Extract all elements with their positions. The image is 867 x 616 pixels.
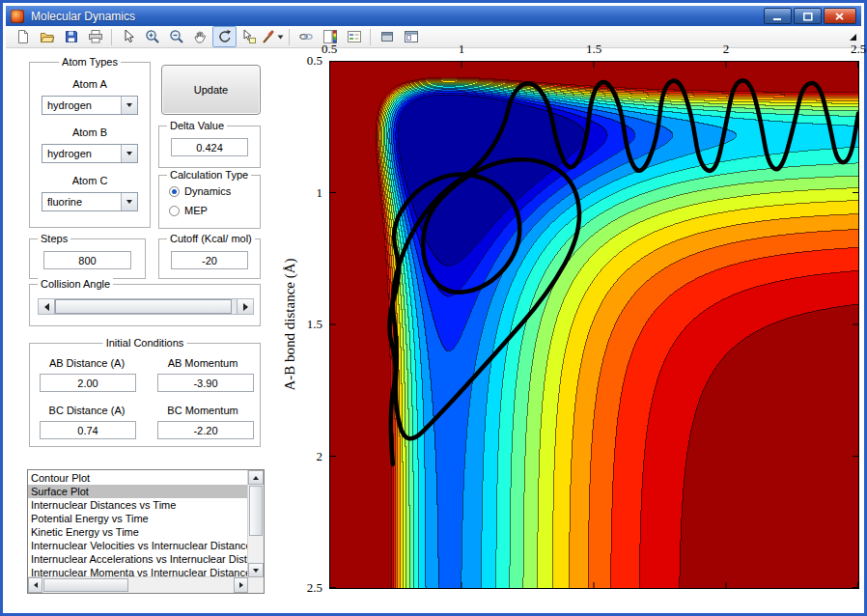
plot-type-listbox[interactable]: Contour PlotSurface PlotInternuclear Dis… [27, 469, 265, 594]
radio-button-icon[interactable] [169, 186, 180, 197]
zoom-out-button[interactable] [164, 26, 188, 47]
scroll-right-button[interactable] [234, 577, 248, 593]
scroll-down-button[interactable] [248, 563, 264, 577]
bc-momentum-field[interactable]: -2.20 [157, 421, 254, 439]
steps-panel-title: Steps [38, 233, 70, 244]
scroll-left-button[interactable] [28, 577, 42, 593]
maximize-icon [803, 8, 813, 25]
update-button[interactable]: Update [161, 65, 261, 115]
atom-c-dropdown-arrow-icon[interactable] [121, 193, 137, 210]
ab-distance-label: AB Distance (A) [30, 357, 144, 369]
new-file-icon [15, 29, 31, 44]
y-tick-label: 2 [317, 449, 323, 464]
close-button[interactable] [824, 8, 856, 24]
atom-a-dropdown[interactable]: hydrogen [42, 96, 138, 115]
ab-distance-field[interactable]: 2.00 [40, 374, 136, 392]
y-tick-label: 1 [317, 185, 323, 201]
calc-type-option-mep[interactable]: MEP [169, 204, 208, 217]
x-tick-label: 1 [459, 42, 465, 57]
scrollbar-corner [248, 577, 264, 593]
collision-angle-slider[interactable] [38, 298, 254, 315]
brush-icon [262, 29, 285, 44]
title-bar[interactable]: Molecular Dynamics [6, 6, 861, 26]
scroll-up-button[interactable] [248, 470, 264, 485]
delta-value-panel: Delta Value 0.424 [158, 126, 261, 168]
slider-right-arrow-icon[interactable] [237, 299, 253, 314]
atom-b-dropdown[interactable]: hydrogen [42, 144, 138, 163]
listbox-item[interactable]: Kinetic Energy vs Time [28, 525, 248, 539]
listbox-vertical-scrollbar[interactable] [247, 470, 264, 577]
radio-button-icon[interactable] [169, 206, 180, 216]
initial-conditions-panel-title: Initial Conditions [103, 337, 187, 349]
steps-field[interactable]: 800 [43, 251, 131, 269]
data-cursor-button[interactable] [237, 26, 261, 47]
scroll-left-icon [34, 582, 38, 588]
insert-legend-button[interactable] [342, 26, 366, 47]
figure-toolbar [6, 26, 861, 48]
listbox-item[interactable]: Surface Plot [28, 485, 248, 498]
maximize-button[interactable] [794, 8, 822, 24]
zoom-in-button[interactable] [140, 26, 164, 47]
calculation-type-panel: Calculation Type DynamicsMEP [158, 175, 261, 229]
pan-button[interactable] [188, 26, 212, 47]
hide-plot-tools-button[interactable] [375, 26, 399, 47]
minimize-button[interactable] [764, 8, 792, 24]
atom-c-dropdown[interactable]: fluorine [42, 192, 138, 211]
pes-canvas[interactable] [329, 61, 859, 589]
brush-button[interactable] [261, 26, 285, 47]
close-icon [835, 8, 845, 25]
show-plot-tools-button[interactable] [399, 26, 423, 47]
listbox-item[interactable]: Internuclear Velocities vs Internuclear … [28, 539, 248, 552]
zoom-in-icon [145, 29, 160, 44]
print-figure-button[interactable] [83, 26, 107, 47]
hide-plot-tools-icon [379, 29, 395, 44]
horizontal-scroll-thumb[interactable] [43, 578, 128, 592]
atom-types-panel-title: Atom Types [59, 56, 121, 68]
link-plot-button[interactable] [294, 26, 318, 47]
collision-angle-panel-title: Collision Angle [38, 278, 113, 290]
show-plot-tools-icon [404, 29, 419, 44]
edit-plot-button[interactable] [116, 26, 140, 47]
open-file-button[interactable] [35, 26, 59, 47]
y-axis-label: A-B bond distance (Å) [282, 258, 298, 390]
listbox-item[interactable]: Internuclear Accelerations vs Internucle… [28, 552, 248, 566]
link-plot-icon [298, 29, 314, 44]
window-title: Molecular Dynamics [31, 10, 135, 23]
listbox-item[interactable]: Contour Plot [28, 471, 248, 485]
ab-momentum-field[interactable]: -3.90 [157, 374, 254, 392]
app-icon [11, 10, 24, 23]
pan-icon [193, 29, 209, 44]
scroll-up-icon [253, 476, 259, 480]
atom-a-value: hydrogen [42, 99, 121, 111]
cutoff-field[interactable]: -20 [171, 251, 248, 269]
atom-b-dropdown-arrow-icon[interactable] [121, 145, 137, 162]
vertical-scroll-thumb[interactable] [249, 486, 263, 536]
toolbar-overflow-icon[interactable] [850, 34, 856, 41]
atom-a-label: Atom A [30, 78, 150, 90]
bc-distance-label: BC Distance (A) [30, 405, 144, 416]
listbox-item[interactable]: Internuclear Distances vs Time [28, 498, 248, 512]
calc-type-option-dynamics[interactable]: Dynamics [169, 184, 231, 198]
x-tick-label: 1.5 [586, 42, 601, 57]
atom-b-value: hydrogen [42, 148, 121, 159]
bc-momentum-label: BC Momentum [146, 405, 260, 416]
listbox-horizontal-scrollbar[interactable] [28, 576, 248, 593]
atom-b-label: Atom B [30, 126, 150, 138]
new-file-button[interactable] [11, 26, 35, 47]
rotate-3d-button[interactable] [212, 26, 237, 47]
delta-value-field[interactable]: 0.424 [171, 138, 248, 156]
listbox-item[interactable]: Potential Energy vs Time [28, 512, 248, 525]
steps-panel: Steps 800 [29, 238, 146, 279]
bc-distance-field[interactable]: 0.74 [40, 421, 136, 439]
slider-thumb[interactable] [55, 299, 232, 314]
slider-left-arrow-icon[interactable] [39, 299, 55, 314]
initial-conditions-panel: Initial Conditions AB Distance (A) AB Mo… [29, 343, 261, 447]
contour-plot-axes: A-B bond distance (Å) 0.511.522.50.511.5… [329, 61, 859, 589]
toolbar-separator [111, 29, 112, 45]
atom-a-dropdown-arrow-icon[interactable] [121, 97, 137, 114]
toolbar-separator [370, 29, 371, 45]
save-figure-button[interactable] [59, 26, 83, 47]
data-cursor-icon [241, 29, 257, 44]
collision-angle-panel: Collision Angle [29, 284, 261, 326]
x-tick-label: 2.5 [851, 42, 866, 57]
